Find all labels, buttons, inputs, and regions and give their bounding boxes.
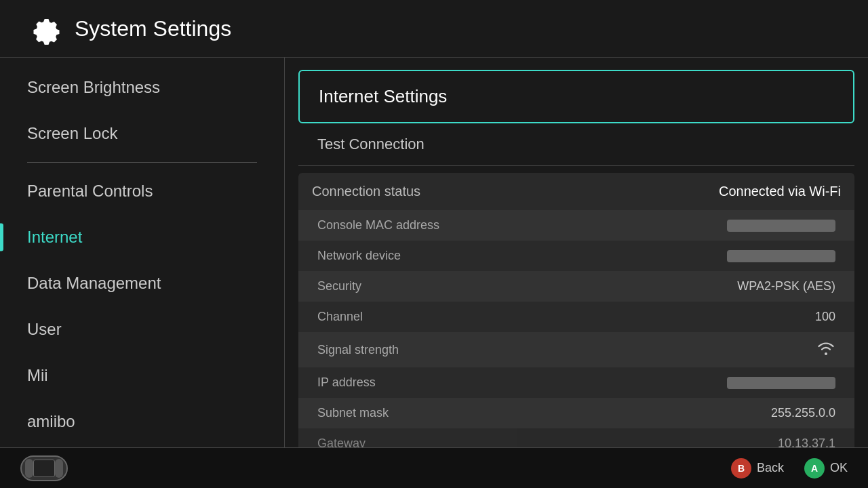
connection-status-label: Connection status: [312, 184, 420, 199]
ip-value: [727, 377, 835, 389]
channel-value: 100: [815, 310, 835, 324]
sidebar-item-parental-controls[interactable]: Parental Controls: [0, 168, 284, 214]
settings-icon: [27, 11, 62, 46]
subnet-value: 255.255.0.0: [771, 406, 835, 420]
network-device-label: Network device: [317, 249, 401, 263]
sidebar-item-screen-brightness[interactable]: Screen Brightness: [0, 64, 284, 110]
detail-row-ip: IP address: [298, 367, 854, 398]
detail-row-signal: Signal strength: [298, 332, 854, 367]
gateway-label: Gateway: [317, 436, 366, 447]
right-rail: [55, 459, 63, 478]
connection-status-row: Connection status Connected via Wi-Fi: [298, 173, 854, 210]
internet-settings-button[interactable]: Internet Settings: [298, 70, 854, 123]
switch-icon: [20, 455, 68, 481]
sidebar: Screen Brightness Screen Lock Parental C…: [0, 58, 285, 447]
sidebar-divider-1: [27, 162, 257, 163]
left-rail: [25, 459, 33, 478]
header: System Settings: [0, 0, 868, 58]
sidebar-item-mii[interactable]: Mii: [0, 352, 284, 399]
sidebar-item-amiibo[interactable]: amiibo: [0, 399, 284, 445]
ip-label: IP address: [317, 375, 376, 390]
mac-value: [727, 220, 835, 232]
detail-row-mac: Console MAC address: [298, 210, 854, 241]
b-button: B: [731, 458, 751, 479]
ok-label: OK: [830, 461, 848, 475]
sidebar-item-screen-lock[interactable]: Screen Lock: [0, 110, 284, 157]
sidebar-item-user[interactable]: User: [0, 306, 284, 352]
network-device-value: [727, 250, 835, 262]
security-value: WPA2-PSK (AES): [737, 279, 835, 293]
connection-panel: Connection status Connected via Wi-Fi Co…: [298, 173, 854, 447]
detail-row-network-device: Network device: [298, 241, 854, 271]
a-button: A: [804, 458, 825, 479]
wifi-icon: [816, 340, 835, 359]
detail-row-subnet: Subnet mask 255.255.0.0: [298, 398, 854, 428]
ok-button[interactable]: A OK: [804, 458, 848, 479]
signal-label: Signal strength: [317, 343, 399, 357]
detail-row-security: Security WPA2-PSK (AES): [298, 271, 854, 302]
subnet-label: Subnet mask: [317, 406, 389, 420]
back-button[interactable]: B Back: [731, 458, 784, 479]
connection-status-value: Connected via Wi-Fi: [719, 184, 841, 199]
page-title: System Settings: [75, 16, 231, 41]
main-layout: Screen Brightness Screen Lock Parental C…: [0, 58, 868, 447]
footer: B Back A OK: [0, 447, 868, 488]
channel-label: Channel: [317, 310, 363, 324]
back-label: Back: [757, 461, 784, 475]
test-connection-button[interactable]: Test Connection: [298, 123, 854, 166]
footer-buttons: B Back A OK: [731, 458, 848, 479]
mac-label: Console MAC address: [317, 218, 439, 232]
switch-controller-icon: [20, 455, 68, 481]
screen: [33, 460, 55, 477]
detail-row-gateway: Gateway 10.13.37.1: [298, 428, 854, 447]
security-label: Security: [317, 279, 361, 293]
detail-row-channel: Channel 100: [298, 302, 854, 332]
gateway-value: 10.13.37.1: [778, 436, 835, 447]
sidebar-item-data-management[interactable]: Data Management: [0, 260, 284, 306]
sidebar-item-internet[interactable]: Internet: [0, 214, 284, 260]
main-content: Internet Settings Test Connection Connec…: [285, 58, 868, 447]
